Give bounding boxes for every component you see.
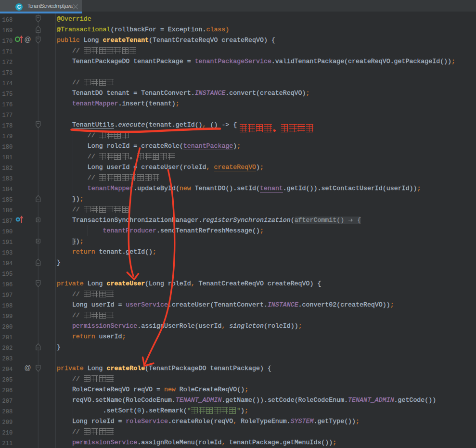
svg-text:@: @ (25, 364, 31, 371)
svg-text:@: @ (25, 36, 31, 43)
